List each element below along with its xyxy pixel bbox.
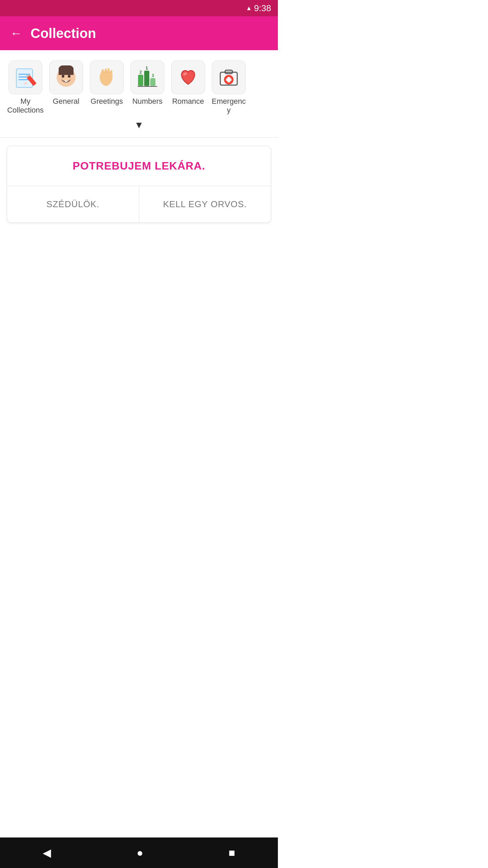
- svg-point-11: [68, 75, 70, 78]
- svg-rect-23: [150, 78, 155, 86]
- section-divider: [0, 137, 278, 138]
- general-label: General: [53, 97, 79, 106]
- numbers-label: Numbers: [132, 97, 162, 106]
- my-collections-svg-icon: [14, 65, 37, 89]
- category-my-collections[interactable]: My Collections: [7, 60, 44, 115]
- translation-2[interactable]: KELL EGY ORVOS.: [139, 186, 271, 222]
- category-section: My Collections: [0, 50, 278, 137]
- general-icon-wrap: [49, 60, 83, 94]
- status-time: 9:38: [254, 3, 271, 14]
- emergency-svg-icon: [217, 65, 241, 89]
- translation-1[interactable]: SZÉDÜLÖK.: [7, 186, 139, 222]
- numbers-svg-icon: 2 1 3: [136, 65, 159, 89]
- emergency-icon-wrap: [212, 60, 246, 94]
- category-romance[interactable]: Romance: [169, 60, 207, 106]
- category-emergency[interactable]: Emergency: [210, 60, 247, 115]
- svg-rect-9: [59, 69, 74, 75]
- back-button[interactable]: ←: [10, 27, 22, 39]
- main-phrase-text: POTREBUJEM LEKÁRA.: [73, 160, 205, 172]
- svg-rect-31: [226, 78, 231, 81]
- phrase-card: POTREBUJEM LEKÁRA. SZÉDÜLÖK. KELL EGY OR…: [7, 146, 271, 223]
- svg-text:2: 2: [140, 70, 142, 75]
- translation-2-text: KELL EGY ORVOS.: [163, 199, 247, 209]
- svg-text:1: 1: [146, 66, 148, 71]
- greetings-icon-wrap: [90, 60, 124, 94]
- my-collections-label: My Collections: [7, 97, 44, 115]
- svg-rect-19: [138, 75, 143, 86]
- svg-point-10: [62, 75, 64, 78]
- my-collections-icon-wrap: [8, 60, 42, 94]
- status-bar: ▲ 9:38: [0, 0, 278, 16]
- translation-1-text: SZÉDÜLÖK.: [46, 199, 99, 209]
- greetings-label: Greetings: [90, 97, 123, 106]
- status-icons: ▲ 9:38: [246, 3, 271, 14]
- phrase-main-section[interactable]: POTREBUJEM LEKÁRA.: [7, 146, 271, 186]
- signal-icon: ▲: [246, 5, 252, 12]
- svg-point-12: [61, 78, 62, 80]
- romance-icon-wrap: [171, 60, 205, 94]
- romance-svg-icon: [176, 65, 200, 89]
- category-row: My Collections: [7, 60, 271, 115]
- svg-point-13: [70, 78, 71, 80]
- numbers-icon-wrap: 2 1 3: [130, 60, 164, 94]
- general-svg-icon: [54, 65, 78, 89]
- romance-label: Romance: [172, 97, 204, 106]
- app-bar: ← Collection: [0, 16, 278, 50]
- greetings-svg-icon: [95, 65, 119, 89]
- chevron-down-icon[interactable]: ▼: [134, 120, 144, 131]
- svg-rect-21: [144, 71, 149, 86]
- emergency-label: Emergency: [210, 97, 247, 115]
- category-general[interactable]: General: [47, 60, 85, 106]
- app-title: Collection: [30, 26, 96, 41]
- category-numbers[interactable]: 2 1 3 Numbers: [129, 60, 166, 106]
- svg-text:3: 3: [152, 73, 154, 78]
- category-greetings[interactable]: Greetings: [88, 60, 125, 106]
- chevron-row[interactable]: ▼: [7, 115, 271, 134]
- phrase-translations-row: SZÉDÜLÖK. KELL EGY ORVOS.: [7, 186, 271, 222]
